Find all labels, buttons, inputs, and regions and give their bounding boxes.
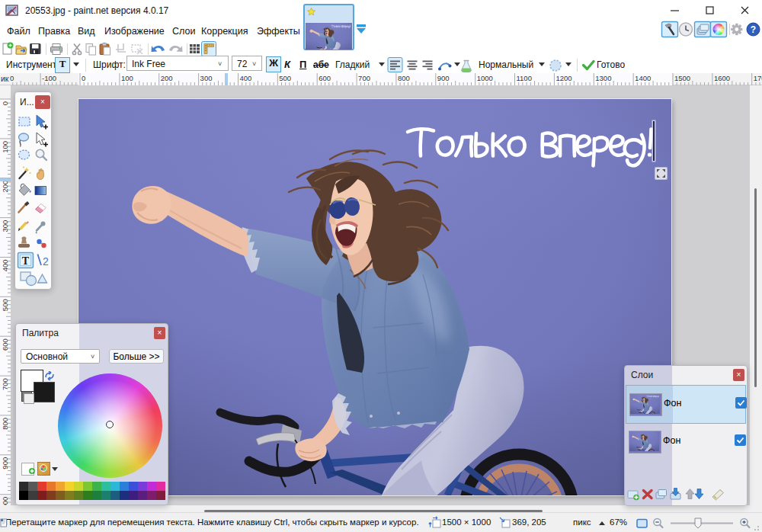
svg-text:1100: 1100 (517, 74, 532, 82)
svg-text:400: 400 (1, 260, 9, 272)
svg-text:1700: 1700 (754, 74, 762, 82)
svg-text:1400: 1400 (635, 74, 651, 82)
svg-text:200: 200 (1, 181, 9, 193)
svg-text:600: 600 (319, 74, 331, 82)
svg-text:ик: ик (1, 74, 9, 83)
svg-text:100: 100 (1, 141, 9, 153)
svg-text:0: 0 (82, 74, 85, 82)
svg-text:900: 900 (437, 74, 450, 82)
svg-text:1000: 1000 (477, 74, 493, 82)
svg-text:700: 700 (1, 378, 9, 390)
svg-text:?: ? (751, 24, 756, 35)
svg-text:100: 100 (121, 74, 133, 82)
svg-text:0: 0 (10, 74, 14, 82)
svg-text:300: 300 (1, 220, 9, 232)
svg-text:600: 600 (1, 338, 9, 351)
svg-text:1600: 1600 (714, 74, 730, 82)
svg-text:1200: 1200 (555, 74, 572, 82)
svg-text:700: 700 (358, 74, 370, 82)
svg-text:800: 800 (398, 74, 410, 82)
svg-text:300: 300 (200, 74, 213, 82)
svg-text:-100: -100 (42, 74, 56, 82)
svg-text:500: 500 (1, 299, 9, 311)
svg-text:1000: 1000 (1, 497, 9, 505)
svg-text:400: 400 (240, 74, 252, 82)
svg-text:200: 200 (161, 74, 173, 82)
svg-text:800: 800 (1, 418, 9, 430)
svg-text:1300: 1300 (595, 74, 611, 82)
svg-text:1500: 1500 (674, 74, 690, 82)
svg-text:500: 500 (279, 74, 291, 82)
svg-text:T: T (22, 255, 30, 267)
svg-text:900: 900 (1, 457, 9, 470)
svg-text:2: 2 (43, 255, 49, 268)
svg-text:0: 0 (1, 101, 9, 105)
